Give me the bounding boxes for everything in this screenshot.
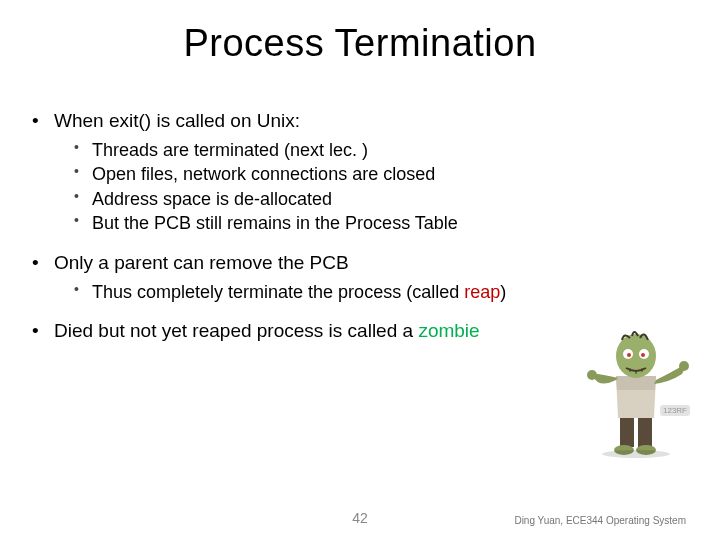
bullet-2-sub-1: Thus completely terminate the process (c… [74, 281, 700, 304]
reap-word: reap [464, 282, 500, 302]
bullet-2: Only a parent can remove the PCB Thus co… [32, 251, 700, 303]
svg-point-14 [602, 450, 670, 458]
svg-point-9 [627, 353, 631, 357]
bullet-1: When exit() is called on Unix: Threads a… [32, 109, 700, 235]
svg-point-4 [587, 370, 597, 380]
bullet-1-sublist: Threads are terminated (next lec. ) Open… [74, 139, 700, 235]
svg-point-5 [679, 361, 689, 371]
footer-credit: Ding Yuan, ECE344 Operating System [514, 515, 686, 526]
svg-point-10 [641, 353, 645, 357]
slide: Process Termination When exit() is calle… [0, 0, 720, 540]
bullet-2-text: Only a parent can remove the PCB [54, 252, 349, 273]
zombie-word: zombie [418, 320, 479, 341]
bullet-1-sub-1: Threads are terminated (next lec. ) [74, 139, 700, 162]
bullet-2-sublist: Thus completely terminate the process (c… [74, 281, 700, 304]
slide-content: When exit() is called on Unix: Threads a… [0, 73, 720, 343]
zombie-image [582, 318, 692, 458]
bullet-1-sub-2: Open files, network connections are clos… [74, 163, 700, 186]
bullet-1-sub-4: But the PCB still remains in the Process… [74, 212, 700, 235]
bullet-1-sub-3: Address space is de-allocated [74, 188, 700, 211]
svg-rect-1 [638, 413, 652, 447]
bullet-2-sub-1-post: ) [500, 282, 506, 302]
image-watermark: 123RF [660, 405, 690, 416]
bullet-2-sub-1-pre: Thus completely terminate the process (c… [92, 282, 464, 302]
bullet-3-pre: Died but not yet reaped process is calle… [54, 320, 418, 341]
svg-rect-0 [620, 413, 634, 447]
bullet-list: When exit() is called on Unix: Threads a… [32, 109, 700, 343]
bullet-1-text: When exit() is called on Unix: [54, 110, 300, 131]
slide-title: Process Termination [0, 0, 720, 73]
